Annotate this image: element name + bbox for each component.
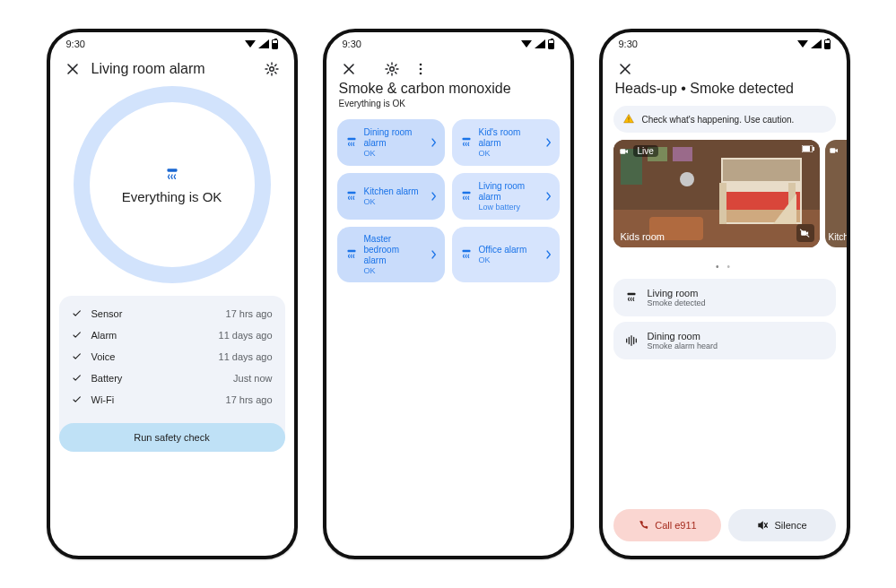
camera-tile-kids-room[interactable]: Live Kids room — [613, 140, 820, 247]
battery-icon — [824, 39, 831, 49]
check-icon — [72, 351, 83, 362]
close-icon[interactable] — [63, 59, 83, 79]
phone-heads-up: 9:30 Heads-up • Smoke detected Check wha… — [599, 29, 850, 559]
app-bar — [603, 56, 847, 81]
page-subtitle: Everything is OK — [326, 99, 570, 116]
status-icons — [797, 39, 831, 49]
sound-icon — [624, 333, 639, 348]
status-bar: 9:30 — [326, 32, 570, 56]
alarm-chip[interactable]: Kid's room alarm OK — [452, 119, 560, 166]
status-time: 9:30 — [66, 39, 85, 49]
check-time: 17 hrs ago — [226, 308, 273, 319]
mute-icon — [756, 519, 769, 532]
camera-name: Kids room — [621, 231, 665, 242]
page-title: Heads-up • Smoke detected — [615, 81, 834, 97]
phone-smoke-co: 9:30 Smoke & carbon monoxide Everything … — [323, 29, 574, 559]
detection-room: Living room — [648, 288, 706, 298]
gear-icon[interactable] — [382, 59, 402, 79]
smoke-icon — [344, 247, 359, 262]
smoke-icon — [459, 189, 474, 203]
alarm-chip[interactable]: Living room alarm Low battery — [452, 173, 560, 220]
page-title: Smoke & carbon monoxide — [339, 81, 558, 97]
alarm-status: OK — [364, 197, 423, 206]
check-time: Just now — [233, 373, 272, 384]
detection-card[interactable]: Living room Smoke detected — [613, 279, 836, 316]
svg-point-21 — [680, 172, 694, 186]
check-label: Battery — [91, 373, 123, 384]
close-icon[interactable] — [615, 59, 635, 79]
alarm-status: OK — [364, 266, 423, 275]
phone-icon — [637, 519, 649, 532]
alarm-status: OK — [479, 149, 538, 158]
camera-battery-icon — [802, 145, 814, 152]
camera-carousel[interactable]: Live Kids room Kitch — [613, 140, 847, 256]
check-label: Voice — [91, 351, 116, 362]
check-time: 11 days ago — [219, 351, 273, 362]
svg-rect-12 — [723, 160, 800, 181]
detection-room: Dining room — [648, 331, 718, 342]
gear-icon[interactable] — [262, 59, 282, 79]
status-bar: 9:30 — [603, 32, 847, 56]
check-icon — [72, 394, 83, 405]
chevron-right-icon — [544, 191, 554, 202]
more-icon[interactable] — [411, 59, 431, 79]
alarm-status: OK — [364, 149, 423, 158]
check-label: Wi-Fi — [91, 394, 115, 405]
alarm-chip[interactable]: Dining room alarm OK — [337, 119, 445, 166]
smoke-icon — [163, 166, 181, 184]
status-ring: Everything is OK — [74, 86, 271, 283]
app-bar — [326, 56, 570, 81]
detection-event: Smoke detected — [648, 298, 706, 307]
detection-event: Smoke alarm heard — [648, 342, 718, 350]
mic-off-icon[interactable] — [796, 224, 814, 242]
phone-living-room-alarm: 9:30 Living room alarm Everything is OK … — [47, 29, 298, 559]
svg-rect-23 — [813, 147, 814, 151]
alarm-name: Kitchen alarm — [364, 186, 423, 197]
chevron-right-icon — [429, 191, 439, 202]
check-time: 11 days ago — [219, 330, 273, 341]
battery-icon — [272, 39, 278, 49]
run-safety-check-button[interactable]: Run safety check — [59, 423, 285, 452]
action-row: Call e911 Silence — [613, 509, 836, 541]
alarm-chip[interactable]: Kitchen alarm OK — [337, 173, 445, 220]
signal-icon — [811, 39, 822, 48]
alarm-chip[interactable]: Office alarm OK — [452, 227, 560, 282]
safety-check-row: Wi-Fi 17 hrs ago — [70, 389, 274, 411]
alarm-name: Office alarm — [479, 245, 538, 255]
smoke-icon — [624, 290, 639, 305]
status-icons — [245, 39, 278, 49]
chevron-right-icon — [429, 137, 439, 148]
check-label: Sensor — [91, 308, 123, 319]
silence-button[interactable]: Silence — [728, 509, 836, 541]
svg-rect-20 — [673, 147, 692, 161]
wifi-icon — [521, 39, 532, 48]
svg-rect-16 — [719, 183, 726, 224]
app-bar: Living room alarm — [50, 56, 294, 81]
safety-check-row: Battery Just now — [70, 368, 274, 389]
chevron-right-icon — [429, 249, 439, 260]
check-icon — [72, 308, 83, 319]
check-label: Alarm — [91, 330, 117, 341]
carousel-dots: • • — [603, 262, 847, 273]
signal-icon — [258, 39, 269, 48]
smoke-icon — [459, 135, 474, 150]
safety-check-row: Alarm 11 days ago — [70, 324, 274, 346]
status-time: 9:30 — [343, 39, 361, 49]
alarm-name: Master bedroom alarm — [364, 234, 423, 266]
safety-check-card: Sensor 17 hrs ago Alarm 11 days ago Voic… — [59, 296, 285, 448]
close-icon[interactable] — [339, 59, 359, 79]
wifi-icon — [245, 39, 256, 48]
warning-icon — [622, 113, 635, 125]
check-icon — [72, 330, 83, 341]
alarm-status: Low battery — [479, 203, 538, 212]
status-icons — [521, 39, 554, 49]
alarm-name: Kid's room alarm — [479, 127, 538, 149]
wifi-icon — [797, 39, 808, 48]
camera-tile-kitchen[interactable]: Kitch — [825, 140, 847, 247]
call-e911-button[interactable]: Call e911 — [613, 509, 721, 541]
smoke-icon — [344, 189, 359, 203]
signal-icon — [535, 39, 545, 48]
alarm-chip[interactable]: Master bedroom alarm OK — [337, 227, 445, 282]
alarm-name: Living room alarm — [479, 181, 538, 203]
detection-card[interactable]: Dining room Smoke alarm heard — [613, 322, 836, 359]
